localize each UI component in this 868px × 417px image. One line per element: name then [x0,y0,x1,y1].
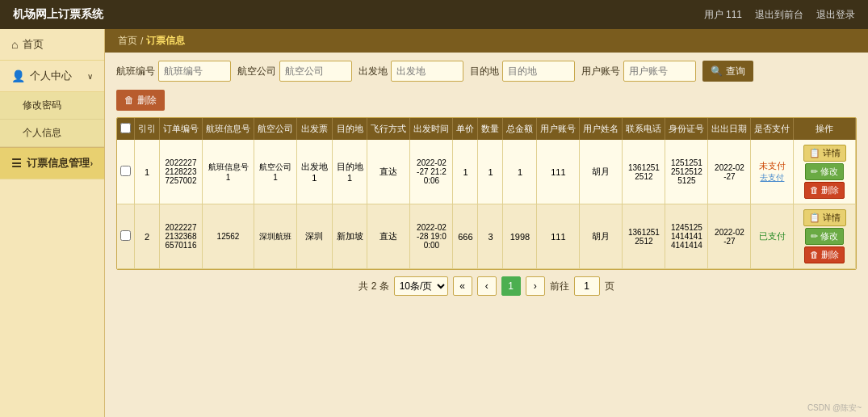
detail-btn-1[interactable]: 📋 详情 [803,209,846,226]
sidebar-item-personal[interactable]: 👤 个人中心 ∨ [0,61,104,92]
cell-user-account-0: 111 [537,140,580,204]
cell-flight-type-0: 直达 [367,140,410,204]
search-icon: 🔍 [711,65,723,77]
label-departure: 出发地 [359,65,388,78]
cell-airline-0: 航空公司 1 [254,140,297,204]
pay-link-0[interactable]: 去支付 [760,173,784,182]
search-input-departure[interactable] [391,61,463,82]
delete-icon: 🗑 [124,95,134,106]
user-icon: 👤 [11,70,25,82]
cell-checkbox-1 [117,204,135,269]
pay-status-text-0: 未支付 [759,161,786,171]
goto-input[interactable] [574,276,600,296]
breadcrumb-separator: / [140,36,143,47]
col-checkbox [117,118,135,140]
sidebar-item-change-password[interactable]: 修改密码 [0,92,104,120]
pagination: 共 2 条 10条/页 20条/页 50条/页 « ‹ 1 › 前往 页 [116,276,857,296]
cell-actions-1: 📋 详情 ✏ 修改 🗑 删除 [794,204,856,269]
search-button[interactable]: 🔍 查询 [702,61,753,82]
sidebar-item-ticket-label: 订票信息管理 [27,156,90,171]
cell-id-card-0: 1251251 2512512 5125 [665,140,708,204]
col-order-no: 订单编号 [160,118,203,140]
cell-order-date-0: 2022-02 -27 [708,140,751,204]
row-checkbox-0[interactable] [120,166,131,176]
select-all-checkbox[interactable] [120,123,131,133]
col-user-name: 用户姓名 [580,118,623,140]
col-flight-no: 航班信息号 [203,118,254,140]
cell-phone-1: 1361251 2512 [623,204,665,269]
col-order-date: 出出日期 [708,118,751,140]
goto-label: 前往 [550,280,569,293]
search-group-departure: 出发地 [359,61,463,82]
per-page-select[interactable]: 10条/页 20条/页 50条/页 [394,276,448,296]
cell-flight-no-1: 12562 [203,204,254,269]
sidebar-item-personal-info[interactable]: 个人信息 [0,120,104,147]
col-flight-type: 飞行方式 [367,118,410,140]
cell-destination-1: 新加坡 [332,204,367,269]
delete-row-btn-0[interactable]: 🗑 删除 [804,182,845,199]
cell-index-1: 2 [135,204,160,269]
delete-btn-label: 删除 [137,94,157,107]
goto-frontend[interactable]: 退出到前台 [755,8,803,22]
cell-airline-1: 深圳航班 [254,204,297,269]
delete-button[interactable]: 🗑 删除 [116,90,165,111]
page-total: 共 2 条 [359,280,388,293]
search-bar: 航班编号 航空公司 出发地 目的地 用户账号 [116,61,857,82]
delete-row-btn-1[interactable]: 🗑 删除 [804,246,845,263]
search-input-flight-no[interactable] [158,61,231,82]
label-flight-no: 航班编号 [116,65,155,78]
label-destination: 目的地 [470,65,499,78]
cell-user-name-1: 胡月 [580,204,623,269]
cell-id-card-1: 1245125 1414141 4141414 [665,204,708,269]
col-pay-status: 是否支付 [751,118,794,140]
sidebar: ⌂ 首页 👤 个人中心 ∨ 修改密码 个人信息 ☰ 订票信息管理 › [0,29,105,417]
col-departure-time: 出发时间 [410,118,453,140]
cell-pay-status-1: 已支付 [751,204,794,269]
top-bar: 机场网上订票系统 用户 111 退出到前台 退出登录 [0,0,868,29]
chevron-right-icon: › [90,159,93,168]
col-airline: 航空公司 [254,118,297,140]
sidebar-item-ticket-manage[interactable]: ☰ 订票信息管理 › [0,148,104,179]
cell-quantity-0: 1 [478,140,503,204]
edit-btn-0[interactable]: ✏ 修改 [805,163,844,180]
cell-index-0: 1 [135,140,160,204]
search-input-destination[interactable] [502,61,575,82]
col-quantity: 数量 [478,118,503,140]
search-btn-label: 查询 [726,65,745,78]
search-input-airline[interactable] [279,61,352,82]
cell-price-1: 666 [453,204,478,269]
table-row: 2 2022227 2132368 6570116 12562 深圳航班 深圳 … [117,204,856,269]
sidebar-sub-personal: 修改密码 个人信息 [0,92,104,148]
row-checkbox-1[interactable] [120,230,131,241]
cell-user-account-1: 111 [537,204,580,269]
table-row: 1 2022227 2128223 7257002 航班信息号 1 航空公司 1… [117,140,856,204]
cell-price-0: 1 [453,140,478,204]
cell-total-1: 1998 [503,204,537,269]
edit-btn-1[interactable]: ✏ 修改 [805,228,844,245]
breadcrumb: 首页 / 订票信息 [105,29,868,53]
sidebar-item-home[interactable]: ⌂ 首页 [0,29,104,61]
next-page-btn[interactable]: › [526,276,545,296]
cell-order-no-0: 2022227 2128223 7257002 [160,140,203,204]
logout[interactable]: 退出登录 [816,8,855,22]
search-input-user-account[interactable] [623,61,696,82]
col-user-account: 用户账号 [537,118,580,140]
col-departure: 出发票 [297,118,333,140]
page-1-btn[interactable]: 1 [501,276,521,296]
breadcrumb-home[interactable]: 首页 [118,34,137,48]
sidebar-item-home-label: 首页 [23,37,44,52]
cell-flight-type-1: 直达 [367,204,410,269]
cell-total-0: 1 [503,140,537,204]
pay-status-text-1: 已支付 [759,231,786,241]
cell-actions-0: 📋 详情 ✏ 修改 🗑 删除 [794,140,856,204]
col-actions: 操作 [794,118,856,140]
first-page-btn[interactable]: « [453,276,472,296]
main-content: 航班编号 航空公司 出发地 目的地 用户账号 [105,53,868,417]
cell-destination-0: 目的地1 [332,140,367,204]
page-label: 页 [605,280,614,293]
cell-quantity-1: 3 [478,204,503,269]
prev-page-btn[interactable]: ‹ [477,276,497,296]
cell-departure-0: 出发地1 [297,140,333,204]
cell-user-name-0: 胡月 [580,140,623,204]
detail-btn-0[interactable]: 📋 详情 [803,145,846,162]
